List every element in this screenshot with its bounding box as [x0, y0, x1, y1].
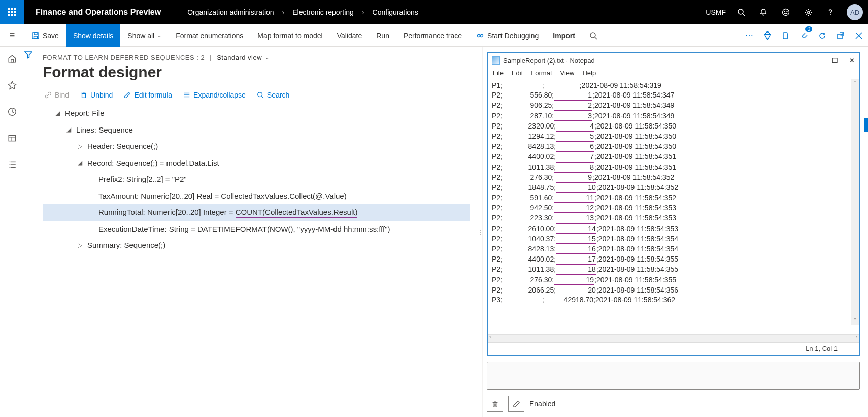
show-all-button[interactable]: Show all⌄ — [120, 24, 169, 47]
page-title: Format designer — [43, 63, 470, 81]
notepad-titlebar[interactable]: SampleReport (2).txt - Notepad — ☐ ✕ — [488, 53, 859, 68]
attach-icon[interactable] — [777, 24, 795, 47]
unbind-button[interactable]: Unbind — [80, 91, 113, 99]
svg-rect-22 — [11, 59, 13, 62]
tree-node-taxamount[interactable]: TaxAmount: Numeric[20..20] Real = Collec… — [43, 188, 470, 205]
menu-file[interactable]: File — [493, 69, 504, 77]
collapse-icon[interactable]: ◢ — [65, 124, 72, 136]
svg-rect-16 — [783, 33, 787, 39]
format-enumerations-button[interactable]: Format enumerations — [169, 24, 250, 47]
notepad-line: P2; 1294.12; 5;2021-08-09 11:58:54:350 — [492, 131, 855, 141]
menu-view[interactable]: View — [560, 69, 575, 77]
performance-trace-button[interactable]: Performance trace — [396, 24, 469, 47]
app-launcher-button[interactable] — [0, 0, 24, 24]
chevron-down-icon: ⌄ — [157, 33, 161, 38]
save-label: Save — [43, 31, 59, 40]
breadcrumb: Organization administration › Electronic… — [172, 8, 418, 16]
svg-point-39 — [258, 92, 262, 97]
breadcrumb-item[interactable]: Configurations — [373, 8, 418, 16]
search-icon[interactable] — [732, 0, 750, 24]
bell-icon[interactable] — [754, 0, 773, 24]
run-button[interactable]: Run — [369, 24, 396, 47]
more-icon[interactable]: ⋯ — [740, 24, 758, 47]
import-button[interactable]: Import — [546, 24, 582, 47]
show-details-button[interactable]: Show details — [66, 24, 120, 47]
topbar: Finance and Operations Preview Organizat… — [0, 0, 868, 24]
pencil-icon — [124, 91, 131, 99]
close-icon[interactable]: ✕ — [849, 57, 855, 65]
maximize-icon[interactable]: ☐ — [832, 57, 838, 65]
home-icon[interactable] — [4, 51, 20, 67]
svg-line-14 — [595, 37, 597, 39]
recent-icon[interactable] — [4, 104, 20, 120]
svg-rect-33 — [82, 93, 86, 98]
validate-button[interactable]: Validate — [330, 24, 370, 47]
tree-node-runningtotal[interactable]: RunningTotal: Numeric[20..20] Integer = … — [43, 204, 470, 221]
breadcrumb-item[interactable]: Electronic reporting — [292, 8, 354, 16]
collapse-icon[interactable]: ◢ — [54, 108, 61, 119]
save-button[interactable]: Save — [24, 24, 66, 47]
workspace-icon[interactable] — [4, 130, 20, 146]
description-box[interactable] — [487, 362, 860, 390]
expand-icon[interactable]: ▷ — [76, 240, 83, 251]
avatar[interactable]: AD — [847, 4, 863, 20]
svg-point-6 — [830, 14, 831, 15]
format-tree: ◢Report: File ◢Lines: Sequence ▷Header: … — [43, 105, 470, 254]
tree-node-header[interactable]: ▷Header: Sequence(;) — [43, 138, 470, 155]
bind-button[interactable]: Bind — [45, 91, 69, 99]
breadcrumb-item[interactable]: Organization administration — [187, 8, 274, 16]
diamond-icon[interactable] — [758, 24, 777, 47]
menu-edit[interactable]: Edit — [512, 69, 523, 77]
collapse-icon[interactable]: ◢ — [76, 157, 83, 169]
link-icon — [45, 91, 52, 99]
edit-formula-button[interactable]: Edit formula — [124, 91, 172, 99]
debug-icon — [476, 31, 484, 40]
chevron-right-icon: › — [362, 8, 364, 16]
action-search-button[interactable] — [582, 24, 605, 47]
tree-node-record[interactable]: ◢Record: Sequence(;) = model.Data.List — [43, 155, 470, 172]
tree-node-prefix2[interactable]: Prefix2: String[2..2] = "P2" — [43, 171, 470, 188]
expand-collapse-button[interactable]: Expand/collapse — [183, 91, 246, 99]
popout-icon[interactable] — [831, 24, 850, 47]
notepad-line: P2; 1011.38; 18;2021-08-09 11:58:54:355 — [492, 264, 855, 274]
app-title: Finance and Operations Preview — [24, 8, 172, 17]
tree-search-button[interactable]: Search — [257, 91, 289, 99]
nav-toggle-button[interactable]: ≡ — [0, 30, 24, 41]
expand-icon[interactable]: ▷ — [76, 141, 83, 152]
notepad-line: P2; 1040.37; 15;2021-08-09 11:58:54:354 — [492, 234, 855, 244]
delete-button[interactable] — [487, 396, 503, 412]
tree-node-lines[interactable]: ◢Lines: Sequence — [43, 122, 470, 139]
gear-icon[interactable] — [799, 0, 817, 24]
star-icon[interactable] — [4, 77, 20, 93]
smiley-icon[interactable] — [777, 0, 795, 24]
refresh-icon[interactable] — [813, 24, 831, 47]
notepad-line: P2; 4400.02; 7;2021-08-09 11:58:54:351 — [492, 151, 855, 162]
scrollbar-vertical[interactable]: ˄˅ — [851, 79, 859, 325]
view-selector[interactable]: Standard view⌄ — [217, 54, 269, 61]
notepad-line: P2; 942.50; 12;2021-08-09 11:58:54:353 — [492, 203, 855, 213]
tree-node-summary[interactable]: ▷Summary: Sequence(;) — [43, 237, 470, 254]
menu-help[interactable]: Help — [582, 69, 596, 77]
filter-icon[interactable] — [24, 51, 43, 59]
side-panel-indicator[interactable] — [864, 118, 868, 132]
svg-point-11 — [481, 34, 483, 37]
start-debugging-button[interactable]: Start Debugging — [469, 24, 546, 47]
notepad-line: P2; 906.25; 2;2021-08-09 11:58:54:349 — [492, 100, 855, 110]
minimize-icon[interactable]: — — [814, 57, 821, 65]
attachments-count-icon[interactable] — [795, 24, 813, 47]
scrollbar-horizontal[interactable]: ˂˃ — [488, 334, 859, 342]
svg-point-3 — [784, 11, 785, 12]
menu-format[interactable]: Format — [531, 69, 552, 77]
svg-line-1 — [743, 14, 745, 16]
help-icon[interactable] — [821, 0, 840, 24]
tree-node-report[interactable]: ◢Report: File — [43, 105, 470, 122]
tree-node-executiondatetime[interactable]: ExecutionDateTime: String = DATETIMEFORM… — [43, 221, 470, 238]
notepad-body[interactable]: P1; ; ;2021-08-09 11:58:54:319P2; 556.80… — [488, 79, 859, 334]
map-format-button[interactable]: Map format to model — [250, 24, 329, 47]
close-icon[interactable] — [850, 24, 868, 47]
modules-icon[interactable] — [4, 156, 20, 173]
cursor-position: Ln 1, Col 1 — [806, 345, 853, 352]
edit-button[interactable] — [508, 396, 524, 412]
legal-entity-label[interactable]: USMF — [706, 8, 726, 16]
svg-rect-24 — [9, 135, 16, 141]
